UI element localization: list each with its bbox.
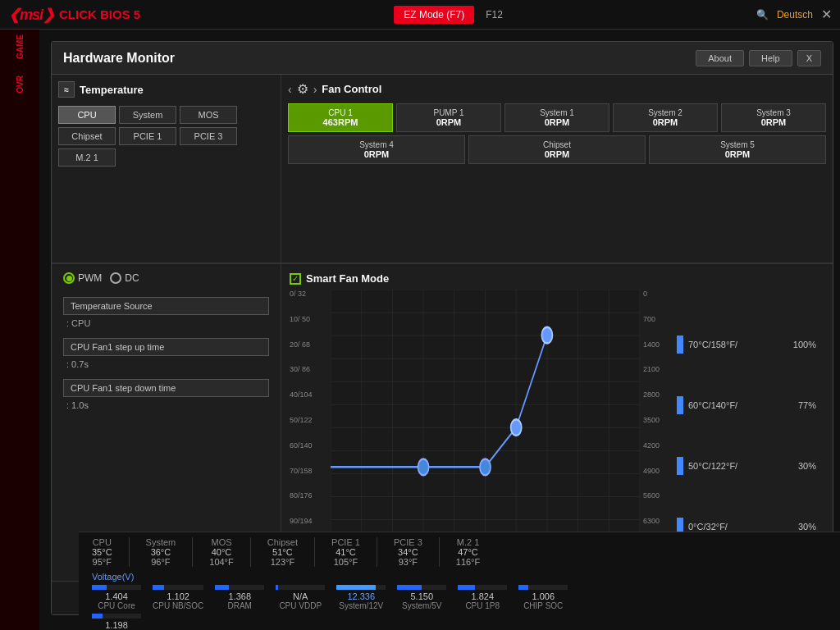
temp-reading-mos: MOS 40°C 104°F [209,537,250,567]
y-label-6: 40/104 [290,390,331,399]
chart-container: 100/212 90/194 80/176 70/158 60/140 50/1… [290,290,824,565]
voltage-bar-sys5v [397,585,422,590]
ry-label-7: 2100 [643,365,677,373]
fan-item-sys2[interactable]: System 2 0RPM [613,103,718,132]
temp-btn-pcie1[interactable]: PCIE 1 [119,127,176,145]
window-close-button[interactable]: X [797,50,821,66]
voltage-bar-container-sys12v [336,585,386,590]
temp-label-system: System [146,537,176,547]
fan-rpm-chipset: 0RPM [472,149,641,159]
temp-f-mos: 104°F [209,557,233,567]
fan-nav-next[interactable]: › [313,83,317,96]
temp-btn-chipset[interactable]: Chipset [58,127,116,145]
step-up-box[interactable]: CPU Fan1 step up time [63,338,269,356]
temp-label-chipset: Chipset [267,537,298,547]
bios-name: CLICK BIOS 5 [59,7,140,21]
voltage-value-cpu1p8: 1.824 [471,591,494,601]
fan-rpm-sys5: 0RPM [653,149,822,159]
voltage-bar-sys12v [336,585,376,590]
fan-nav-prev[interactable]: ‹ [288,83,292,96]
ry-label-8: 1400 [643,340,677,349]
temp-btn-m2[interactable]: M.2 1 [58,148,116,167]
side-label-ovr: OVR [16,75,25,94]
temp-f-pcie3: 93°F [399,557,418,567]
voltage-bar-container-cpu-nb [153,585,203,590]
threshold-temp-30h: 50°C/122°F/ [688,461,737,471]
threshold-77pct: 60°C/140°F/ 77% [677,396,816,414]
temp-c-chipset: 51°C [272,547,293,557]
fan-name-sys5: System 5 [653,140,822,149]
help-button[interactable]: Help [749,50,792,66]
ry-label-9: 700 [643,315,677,323]
fan-rpm-sys4: 0RPM [292,149,461,159]
smart-fan-checkbox[interactable]: ✓ [290,273,301,285]
temp-c-cpu: 35°C [92,547,112,557]
fan-item-sys3[interactable]: System 3 0RPM [721,103,826,132]
temp-btn-mos[interactable]: MOS [180,106,237,124]
threshold-bar-30h [677,457,683,475]
threshold-pct-30h: 30% [798,461,816,471]
voltage-value-sys5v: 5.150 [410,591,433,601]
fan-name-cpu1: CPU 1 [292,108,389,117]
fan-rpm-sys1: 0RPM [509,117,605,127]
window-titlebar: Hardware Monitor About Help X [52,42,833,75]
threshold-temp-100: 70°C/158°F/ [688,340,737,349]
fan-item-sys5[interactable]: System 5 0RPM [649,135,826,164]
temp-btn-system[interactable]: System [119,106,176,124]
temperature-buttons: CPU System MOS Chipset PCIE 1 PCIE 3 M.2… [58,106,274,167]
pwm-option[interactable]: PWM [63,272,102,284]
topbar-close-icon[interactable]: ✕ [821,7,832,22]
y-label-1: 90/194 [290,517,331,525]
voltage-name-sys5v: System/5V [402,601,441,610]
fan-name-chipset: Chipset [472,140,641,149]
temp-reading-pcie3: PCIE 3 34°C 93°F [394,537,440,567]
dc-radio[interactable] [110,272,121,284]
temp-btn-pcie3[interactable]: PCIE 3 [180,127,237,145]
window-buttons: About Help X [696,50,821,66]
fan-item-pump1[interactable]: PUMP 1 0RPM [396,103,501,132]
about-button[interactable]: About [696,50,744,66]
temperature-title: Temperature [80,84,144,96]
dc-option[interactable]: DC [110,272,139,284]
voltage-readings-row: 1.404 CPU Core 1.102 CPU NB/SOC 1.368 DR… [92,585,827,610]
fan-control-header: ‹ ⚙ › Fan Control [288,81,826,97]
topbar: ❮msi❯ CLICK BIOS 5 EZ Mode (F7) F12 🔍 De… [0,0,840,30]
temp-btn-cpu[interactable]: CPU [58,106,116,124]
fan-item-chipset[interactable]: Chipset 0RPM [468,135,646,164]
temp-reading-cpu: CPU 35°C 95°F [92,537,130,567]
ry-label-10: 0 [643,290,677,298]
ry-label-4: 4200 [643,441,677,450]
fan-name-sys2: System 2 [617,108,714,117]
step-down-box[interactable]: CPU Fan1 step down time [63,379,269,397]
svg-point-27 [541,327,552,344]
fan-item-cpu1[interactable]: CPU 1 463RPM [288,103,393,132]
fan-item-sys1[interactable]: System 1 0RPM [504,103,609,132]
voltage-value-dram: 1.368 [228,591,251,601]
hardware-monitor-window: Hardware Monitor About Help X ≈ Temperat… [51,41,833,615]
y-label-10: 0/ 32 [290,290,331,298]
voltage-value-chip-soc: 1.006 [532,591,555,601]
ry-label-6: 2800 [643,390,677,399]
fan-name-sys4: System 4 [292,140,461,149]
voltage-name-cpu-vddp: CPU VDDP [279,601,322,610]
language-button[interactable]: Deutsch [777,9,813,21]
voltage-value-cpu-nb: 1.102 [167,591,189,601]
pwm-radio[interactable] [63,272,75,284]
svg-point-26 [511,419,522,436]
temp-source-box[interactable]: Temperature Source [63,297,269,315]
y-label-5: 50/122 [290,416,331,424]
f12-label[interactable]: F12 [486,9,503,21]
fan-name-sys1: System 1 [509,108,605,117]
temp-f-system: 96°F [151,557,170,567]
status-bar: CPU 35°C 95°F System 36°C 96°F MOS 40°C … [79,532,840,630]
fan-name-pump1: PUMP 1 [400,108,497,117]
fan-item-sys4[interactable]: System 4 0RPM [288,135,465,164]
search-icon[interactable]: 🔍 [756,9,769,21]
y-label-8: 20/ 68 [290,340,331,349]
voltage-name-sys12v: System/12V [339,601,383,610]
top-panels: ≈ Temperature CPU System MOS Chipset PCI… [52,75,833,263]
step-down-value: : 1.0s [63,400,269,410]
temp-label-mos: MOS [211,537,231,547]
fan-curve-chart[interactable] [331,290,640,543]
ez-mode-button[interactable]: EZ Mode (F7) [394,6,474,24]
